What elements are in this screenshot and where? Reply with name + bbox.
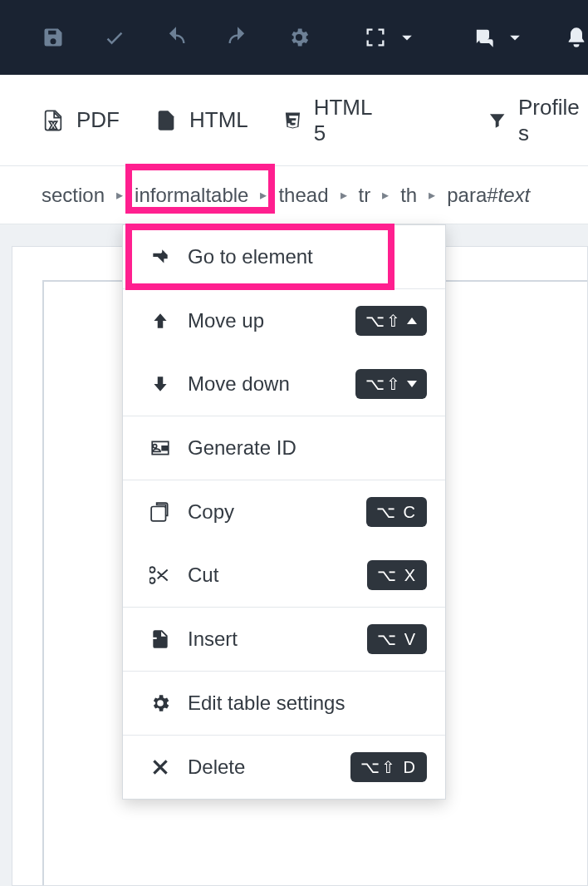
- chevron-right-icon: ▸: [258, 187, 268, 203]
- export-bar: PDF HTML HTML 5 Profile s: [0, 75, 588, 166]
- copy-icon: [149, 501, 171, 523]
- top-toolbar: [0, 0, 588, 75]
- export-html-label: HTML: [189, 107, 248, 133]
- menu-cut[interactable]: Cut ⌥ X: [123, 544, 445, 607]
- menu-generate-id[interactable]: Generate ID: [123, 416, 445, 480]
- export-pdf-label: PDF: [76, 107, 120, 133]
- arrow-down-icon: [149, 373, 171, 395]
- shortcut-insert: ⌥ V: [367, 624, 427, 654]
- breadcrumb-item-th[interactable]: th: [395, 180, 422, 210]
- menu-copy-label: Copy: [184, 500, 366, 524]
- settings-button[interactable]: [287, 26, 311, 49]
- cut-icon: [149, 564, 171, 586]
- html5-icon: [283, 107, 302, 134]
- menu-moveup-label: Move up: [184, 309, 355, 332]
- breadcrumb-item-tr[interactable]: tr: [354, 180, 376, 210]
- save-button[interactable]: [42, 26, 65, 49]
- context-menu: Go to element Move up ⌥⇧ Move down ⌥⇧ Ge…: [122, 224, 446, 800]
- menu-insert[interactable]: Insert ⌥ V: [123, 608, 445, 671]
- menu-copy[interactable]: Copy ⌥ C: [123, 480, 445, 544]
- close-icon: [149, 756, 171, 778]
- chevron-right-icon: ▸: [115, 187, 125, 203]
- fullscreen-dropdown[interactable]: [364, 26, 419, 49]
- shortcut-copy: ⌥ C: [366, 497, 427, 527]
- shortcut-cut: ⌥ X: [367, 560, 427, 590]
- breadcrumb-item-informaltable[interactable]: informaltable: [130, 180, 253, 210]
- goto-icon: [149, 246, 171, 268]
- chevron-right-icon: ▸: [427, 187, 437, 203]
- comments-dropdown[interactable]: [472, 26, 527, 49]
- file-icon: [154, 107, 178, 134]
- chevron-right-icon: ▸: [380, 187, 390, 203]
- gear-icon: [287, 26, 311, 49]
- menu-goto-element[interactable]: Go to element: [123, 225, 445, 288]
- menu-move-up[interactable]: Move up ⌥⇧: [123, 289, 445, 352]
- breadcrumb-item-para[interactable]: para#text: [442, 180, 535, 210]
- menu-edit-table-label: Edit table settings: [184, 692, 427, 715]
- filter-icon: [488, 107, 507, 134]
- shortcut-moveup: ⌥⇧: [355, 306, 427, 336]
- menu-delete[interactable]: Delete ⌥⇧ D: [123, 736, 445, 799]
- menu-move-down[interactable]: Move down ⌥⇧: [123, 352, 445, 416]
- profile-filter-button[interactable]: Profile s: [488, 95, 584, 146]
- breadcrumb-item-section[interactable]: section: [37, 180, 110, 210]
- check-icon: [103, 26, 126, 49]
- export-html5-button[interactable]: HTML 5: [283, 95, 376, 146]
- export-html-button[interactable]: HTML: [154, 107, 248, 134]
- breadcrumb-item-thead[interactable]: thead: [273, 180, 333, 210]
- shortcut-movedown: ⌥⇧: [355, 369, 427, 399]
- profile-label: Profile s: [518, 95, 583, 146]
- id-card-icon: [149, 437, 171, 459]
- pdf-icon: [42, 107, 65, 134]
- menu-goto-label: Go to element: [184, 245, 427, 268]
- check-button[interactable]: [103, 26, 126, 49]
- redo-button[interactable]: [226, 26, 249, 49]
- menu-cut-label: Cut: [184, 564, 367, 587]
- breadcrumb: section ▸ informaltable ▸ thead ▸ tr ▸ t…: [0, 166, 588, 224]
- undo-icon: [164, 26, 188, 49]
- corners-icon: [364, 26, 387, 49]
- insert-icon: [149, 628, 171, 650]
- save-icon: [42, 26, 65, 49]
- notifications-button[interactable]: [565, 26, 588, 49]
- menu-delete-label: Delete: [184, 756, 350, 779]
- menu-movedown-label: Move down: [184, 372, 355, 396]
- gear-icon: [149, 692, 171, 714]
- menu-insert-label: Insert: [184, 628, 367, 651]
- redo-icon: [226, 26, 249, 49]
- comments-icon: [472, 26, 495, 49]
- shortcut-delete: ⌥⇧ D: [350, 752, 427, 782]
- bell-icon: [565, 26, 588, 49]
- undo-button[interactable]: [164, 26, 188, 49]
- chevron-right-icon: ▸: [339, 187, 349, 203]
- arrow-up-icon: [149, 310, 171, 332]
- menu-edit-table-settings[interactable]: Edit table settings: [123, 672, 445, 735]
- export-html5-label: HTML 5: [314, 95, 376, 146]
- chevron-down-icon: [503, 26, 527, 49]
- chevron-down-icon: [395, 26, 419, 49]
- export-pdf-button[interactable]: PDF: [42, 107, 120, 134]
- menu-generateid-label: Generate ID: [184, 436, 427, 460]
